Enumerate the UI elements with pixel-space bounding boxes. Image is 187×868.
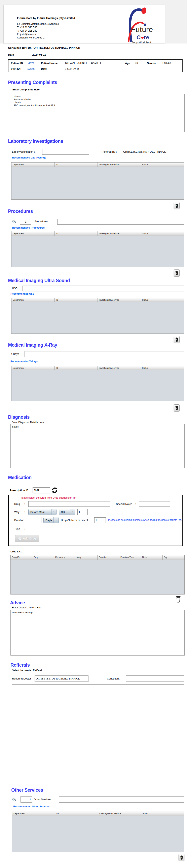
lab-referred-label: Reffered By : xyxy=(102,150,117,153)
column-header: Department xyxy=(11,366,55,370)
procedures-input-label: Procedures : xyxy=(35,220,49,223)
column-header: Drug xyxy=(32,555,54,560)
lab-recommended-link: Recommended Lab Testings xyxy=(12,156,46,159)
patient-info-box: Patient ID : 4079 Patient Name : SYLVANE… xyxy=(8,59,183,72)
company-number: Company No.8417652-2 xyxy=(17,36,44,39)
drug-list-table: Drug ID Drug Fequency Way Duration Durat… xyxy=(10,555,185,594)
consulted-by-row: Consulted By : Dr. ORITSETSETOS RAPHAEL … xyxy=(8,46,80,49)
column-header: Drug ID xyxy=(11,555,32,560)
frequency-dropdown[interactable]: OD ▼ xyxy=(59,509,75,515)
column-header: ID xyxy=(55,231,98,236)
procedures-qty-input[interactable] xyxy=(20,219,31,224)
column-header: Note xyxy=(141,555,163,560)
other-services-title: Other Services xyxy=(11,787,43,793)
presenting-complaints-title: Presenting Complaints xyxy=(8,80,57,85)
trash-icon: ↻ xyxy=(175,406,178,410)
referring-doctor-input[interactable] xyxy=(35,676,88,682)
referrals-list-box[interactable] xyxy=(12,684,184,782)
refresh-prescription-button[interactable] xyxy=(51,487,58,493)
other-services-input[interactable] xyxy=(59,796,184,803)
trash-icon: ↻ xyxy=(175,271,178,275)
patient-id-value: 4079 xyxy=(28,62,34,65)
referring-doctor-label: Reffering Doctor xyxy=(12,677,31,680)
column-header: Status xyxy=(141,231,184,236)
add-drug-button[interactable]: ⊕ Add Drug xyxy=(15,535,39,542)
xray-input[interactable] xyxy=(25,351,184,357)
complaints-textarea[interactable]: pt seen feels much better. c/o- nfc FBC … xyxy=(12,94,185,132)
column-header: Investigation/Service xyxy=(98,162,141,167)
company-phone-1: T: +24 82 593 593 xyxy=(17,26,37,29)
prescription-id-label: Prescription ID : xyxy=(10,489,30,492)
company-phone-2: T: +24 84 225 252 xyxy=(17,29,37,32)
xray-delete-button[interactable]: ↻ xyxy=(174,404,180,411)
lab-table-body xyxy=(11,167,184,199)
way-qty-input[interactable] xyxy=(77,509,88,515)
advice-delete-button[interactable] xyxy=(176,596,181,603)
medication-title: Medication xyxy=(8,475,32,480)
column-header: ID xyxy=(55,811,98,816)
lab-investigation-input[interactable] xyxy=(42,149,89,155)
referrals-subtitle: Select the needed Refferal xyxy=(12,669,42,672)
way-label: Way xyxy=(14,510,20,514)
logo-wordmark-care: C❤re xyxy=(137,34,149,41)
way-colon: : xyxy=(24,510,25,514)
consultant-label: Consultant xyxy=(107,677,119,680)
procedures-delete-button[interactable]: ↻ xyxy=(174,270,180,277)
way-dropdown[interactable]: Before Meal ▼ xyxy=(28,509,57,515)
drug-list-label: Drug List xyxy=(10,550,22,553)
patient-name-label: Patient Name : xyxy=(41,62,59,65)
lab-input-label: Lab Investingation : xyxy=(12,150,35,153)
duration-unit-dropdown[interactable]: Day/s ▼ xyxy=(43,517,59,523)
logo-care-re: re xyxy=(144,34,149,40)
per-meal-input[interactable] xyxy=(94,517,106,523)
svg-text:↻: ↻ xyxy=(176,407,177,409)
frequency-dropdown-value: OD xyxy=(59,510,70,514)
other-qty-label: Qty : xyxy=(12,798,17,801)
duration-label: Duration : xyxy=(14,519,26,522)
drug-entry-panel: Please select the Drug from Drug suggess… xyxy=(8,495,183,546)
column-header: Status xyxy=(141,298,184,302)
drug-input[interactable] xyxy=(28,501,110,507)
xray-table-body xyxy=(11,370,184,401)
company-name: Future Care by Future Holdings (Pty) Lim… xyxy=(17,17,75,20)
trash-icon: ↻ xyxy=(175,204,178,208)
uss-delete-button[interactable]: ↻ xyxy=(174,336,180,343)
other-services-table: Department ID Investigation / Service St… xyxy=(12,811,184,852)
xray-table: Department ID Investigation/Service Stat… xyxy=(11,366,184,401)
consultant-input[interactable] xyxy=(126,676,184,682)
company-email: E: jude@future.sc xyxy=(17,33,37,36)
lab-referred-value: ORITSETSETOS RAPHAEL PINNICK xyxy=(123,150,166,153)
visit-date-value: : 2024-06-11 xyxy=(65,67,79,70)
advice-textarea[interactable]: continue current mgt xyxy=(10,610,185,655)
consult-date-value: : 2024-06-11 xyxy=(31,53,46,56)
svg-text:↻: ↻ xyxy=(176,205,177,207)
company-logo: Future C❤re Body Mind Soul xyxy=(119,5,165,43)
column-header: Department xyxy=(11,162,55,167)
other-input-label: Other Services : xyxy=(34,798,52,801)
lab-delete-button[interactable]: ↻ xyxy=(174,202,180,209)
procedures-recommended-link: Recommended Procedures xyxy=(12,226,45,229)
diagnosis-textarea[interactable]: Stable xyxy=(10,424,185,468)
drug-list-table-body xyxy=(10,560,185,594)
special-notes-input[interactable] xyxy=(139,501,170,507)
way-dropdown-value: Before Meal xyxy=(29,510,51,514)
referrals-title: Refferals xyxy=(10,662,30,668)
prescription-id-input[interactable] xyxy=(33,487,50,493)
visit-date-label: Date xyxy=(41,67,47,70)
column-header: ID xyxy=(55,366,98,370)
svg-text:↻: ↻ xyxy=(176,339,177,341)
procedures-input[interactable] xyxy=(57,219,184,224)
column-header: Investigation/Service xyxy=(98,231,141,236)
patient-age-value: 49 xyxy=(135,62,138,64)
heart-icon: ❤ xyxy=(141,36,144,40)
column-header: Qty xyxy=(163,555,184,560)
column-header: Duration Type xyxy=(119,555,141,560)
visit-id-label: Visit ID : xyxy=(11,67,21,70)
uss-input[interactable] xyxy=(23,286,184,291)
other-qty-input[interactable] xyxy=(21,796,32,803)
duration-input[interactable] xyxy=(29,517,41,523)
xray-recommended-link: Recommended X-Rays xyxy=(10,360,38,363)
patient-name-value: SYLVANE JOHNETTE CAMILLE xyxy=(65,62,102,64)
other-recommended-link: Recommended Other Services xyxy=(13,805,50,808)
other-services-delete-button[interactable]: ↻ xyxy=(179,854,184,861)
